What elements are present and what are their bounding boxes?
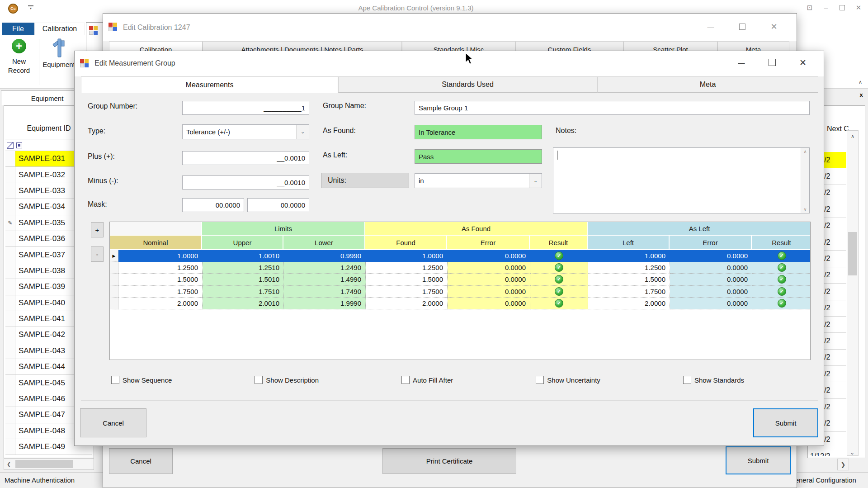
column-header-upper[interactable]: Upper [202,236,283,250]
found-error-cell[interactable]: 0.0000 [448,274,530,285]
checkbox-icon[interactable] [683,376,691,384]
chevron-down-icon[interactable]: ⌄ [529,174,542,188]
row-selector[interactable] [5,359,15,375]
quick-access-dropdown-icon[interactable]: ▾ [28,5,33,10]
calibration-cancel-button[interactable]: Cancel [109,448,173,474]
nominal-cell[interactable]: 1.7500 [118,286,203,298]
found-result-cell[interactable] [530,286,588,298]
scroll-left-icon[interactable]: ❮ [7,461,11,467]
measurement-row[interactable]: 2.0000 2.0010 1.9990 2.0000 0.0000 2.000… [110,298,810,309]
emg-close-icon[interactable]: ✕ [794,55,812,70]
units-button[interactable]: Units: [321,173,409,188]
found-error-cell[interactable]: 0.0000 [448,298,530,309]
mask-input-2[interactable]: 00.0000 [247,198,309,212]
lower-cell[interactable]: 1.4990 [284,274,366,285]
found-cell[interactable]: 1.5000 [366,274,448,285]
measurement-row[interactable]: 1.2500 1.2510 1.2490 1.2500 0.0000 1.250… [110,262,810,274]
left-error-cell[interactable]: 0.0000 [670,274,752,285]
row-selector[interactable] [5,247,15,263]
nominal-cell[interactable]: 1.2500 [118,262,203,274]
row-selector[interactable] [5,183,15,199]
notes-scroll-down-icon[interactable]: ∨ [801,206,809,213]
column-header-left[interactable]: Left [588,236,670,250]
upper-cell[interactable]: 1.5010 [203,274,284,285]
left-cell[interactable]: 1.5000 [588,274,670,285]
notes-scroll-up-icon[interactable]: ∧ [801,148,809,155]
measurement-grid[interactable]: Limits As Found As Left Nominal Upper Lo… [109,222,811,360]
vscroll-thumb[interactable] [848,232,857,275]
dialog-close-icon[interactable]: ✕ [765,19,783,34]
edit-calibration-titlebar[interactable]: Edit Calibration 1247 — ✕ [103,14,797,41]
option-checkbox[interactable]: Show Uncertainty [536,374,600,386]
option-checkbox[interactable]: Show Description [255,374,319,386]
measurement-row[interactable]: 1.5000 1.5010 1.4990 1.5000 0.0000 1.500… [110,274,810,285]
row-selector[interactable] [5,263,15,279]
row-selector[interactable] [5,423,15,439]
left-result-cell[interactable] [752,274,811,285]
emg-cancel-button[interactable]: Cancel [80,408,146,437]
left-cell[interactable]: 1.2500 [588,262,670,274]
upper-cell[interactable]: 1.2510 [203,262,284,274]
print-certificate-button[interactable]: Print Certificate [382,448,516,474]
column-header-lower[interactable]: Lower [283,236,365,250]
type-combobox[interactable]: Tolerance (+/-) ⌄ [182,124,309,139]
group-name-input[interactable]: Sample Group 1 [415,101,810,115]
tab-meta-measurement[interactable]: Meta [597,76,818,93]
found-cell[interactable]: 1.7500 [366,286,448,298]
nominal-cell[interactable]: 2.0000 [118,298,203,309]
left-error-cell[interactable]: 0.0000 [670,262,752,274]
next-cal-vscrollbar[interactable]: ∧ [847,130,859,456]
row-selector[interactable] [5,311,15,327]
plus-input[interactable]: __0.0010 [182,151,309,165]
row-selector[interactable] [110,262,118,274]
scroll-up-icon[interactable]: ∧ [847,131,858,142]
panel-close-icon[interactable]: x [857,90,865,99]
row-selector[interactable] [5,295,15,311]
lower-cell[interactable]: 0.9990 [284,250,366,262]
left-result-cell[interactable] [752,286,811,298]
main-minimize-icon[interactable]: – [821,3,831,13]
row-selector[interactable] [5,199,15,215]
ribbon-tab-calibration[interactable]: Calibration [34,23,85,35]
found-cell[interactable]: 1.2500 [366,262,448,274]
option-checkbox[interactable]: Show Sequence [111,374,172,386]
main-restore-icon[interactable] [837,3,847,13]
lower-cell[interactable]: 1.2490 [284,262,366,274]
emg-submit-button[interactable]: Submit [753,408,818,437]
column-header-nominal[interactable]: Nominal [110,236,202,250]
left-cell[interactable]: 1.0000 [588,250,670,262]
next-cal-date-cell[interactable]: 1/12/2 [808,448,846,456]
emg-minimize-icon[interactable]: — [732,55,750,70]
mask-input-1[interactable]: 00.0000 [182,198,244,212]
upper-cell[interactable]: 1.7510 [203,286,284,298]
tab-measurements[interactable]: Measurements [81,76,338,93]
panel-collapse-icon[interactable]: ∧ [856,78,864,86]
equipment-button[interactable]: Equipment [41,37,77,87]
app-menu-button[interactable]: Cc [8,4,18,14]
column-header-left-result[interactable]: Result [752,236,811,250]
hscroll-thumb[interactable] [15,460,73,468]
found-error-cell[interactable]: 0.0000 [448,262,530,274]
left-error-cell[interactable]: 0.0000 [670,250,752,262]
row-selector[interactable] [5,343,15,359]
scroll-right-icon[interactable]: ❯ [837,459,849,470]
emg-maximize-icon[interactable] [763,55,781,70]
checkbox-icon[interactable] [536,376,544,384]
checkbox-icon[interactable] [401,376,410,384]
left-result-cell[interactable] [752,262,811,274]
add-row-button[interactable]: + [91,222,104,237]
nominal-cell[interactable]: 1.0000 [118,250,203,262]
notes-textarea[interactable]: ∧ ∨ [553,147,810,213]
found-result-cell[interactable] [530,274,588,285]
found-result-cell[interactable] [530,298,588,309]
ribbon-pin-icon[interactable]: ⊡ [805,3,815,13]
column-header-found-result[interactable]: Result [530,236,588,250]
left-cell[interactable]: 1.7500 [588,286,670,298]
measurement-row[interactable]: 1.0000 1.0010 0.9990 1.0000 0.0000 1.000… [110,250,810,262]
found-error-cell[interactable]: 0.0000 [448,250,530,262]
dialog-maximize-icon[interactable] [733,19,751,34]
left-error-cell[interactable]: 0.0000 [670,286,752,298]
row-selector[interactable] [5,151,15,167]
row-selector[interactable] [5,407,15,423]
column-header-left-error[interactable]: Error [670,236,752,250]
